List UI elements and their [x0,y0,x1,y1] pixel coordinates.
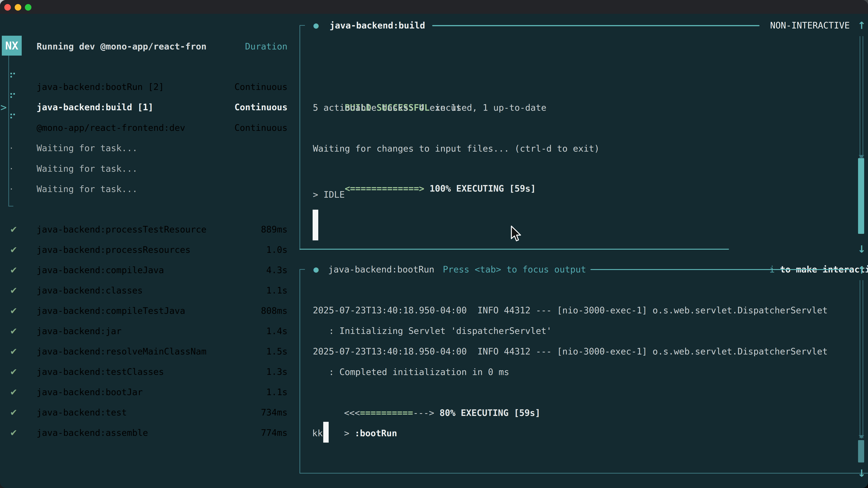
task-duration: 4.3s [266,260,287,281]
scrollbar-track[interactable] [860,280,863,438]
task-duration: 808ms [261,301,287,321]
panel-bottom-line [300,249,729,250]
panel-header-line [432,25,760,26]
check-icon: ✔ [10,382,20,402]
task-row-completed[interactable]: ✔ java-backend:bootJar 1.1s [0,382,300,402]
task-row-completed[interactable]: ✔ java-backend:processResources 1.0s [0,240,300,260]
task-row-completed[interactable]: ✔ java-backend:testClasses 1.3s [0,362,300,382]
log-line: : Initializing Servlet 'dispatcherServle… [313,321,552,341]
task-duration: 1.5s [266,341,287,362]
log-line: 2025-07-23T13:40:18.950-04:00 INFO 44312… [313,300,828,321]
task-row-completed[interactable]: ✔ java-backend:compileTestJava 808ms [0,301,300,321]
check-icon: ✔ [10,219,20,240]
terminal-cursor [313,210,318,240]
scroll-down-icon[interactable]: ↓ [855,239,868,259]
idle-line: > IDLE [313,185,345,205]
task-name: java-backend:processTestResource [37,219,206,240]
task-row-completed[interactable]: ✔ java-backend:jar 1.4s [0,321,300,341]
task-name: @mono-app/react-frontend:dev [37,118,185,138]
terminal-window: NX Running dev @mono-app/react-fron Dura… [0,0,868,488]
pending-dot-icon: · [10,138,20,158]
running-group-connector-corner [8,206,13,206]
check-icon: ✔ [10,402,20,423]
panel-header-line [590,269,852,270]
close-window-button[interactable] [4,4,11,11]
panel-corner-stub [300,25,305,26]
panel-bottom-border [300,473,868,474]
task-row-pending[interactable]: · Waiting for task... [0,159,300,179]
panel-left-border [300,269,300,474]
task-name: java-backend:test [37,402,127,423]
scrollbar-thumb[interactable] [858,440,864,462]
check-icon: ✔ [10,301,20,321]
task-row-completed[interactable]: ✔ java-backend:processTestResource 889ms [0,219,300,240]
panel-title: java-backend:build [330,15,425,36]
task-row-completed[interactable]: ✔ java-backend:compileJava 4.3s [0,260,300,281]
make-interactive-hint: i to make interactive [738,239,868,259]
task-name: java-backend:assemble [37,423,148,443]
zoom-window-button[interactable] [25,4,31,11]
task-row-completed[interactable]: ✔ java-backend:assemble 774ms [0,423,300,443]
task-name: java-backend:bootJar [37,382,143,402]
panel-left-border [300,25,300,250]
task-row-completed[interactable]: ✔ java-backend:test 734ms [0,402,300,423]
task-row-pending[interactable]: · Waiting for task... [0,138,300,158]
gradle-progress-line: <=============> 100% EXECUTING [59s] [313,158,536,178]
task-duration: 1.1s [266,281,287,301]
sidebar-title: Running dev @mono-app/react-fron [37,36,206,57]
task-duration: Continuous [235,118,287,138]
task-duration: 734ms [261,402,287,423]
task-duration: Continuous [235,77,287,97]
prompt-arrow: > [344,428,355,438]
log-line: : Completed initialization in 0 ms [313,362,509,382]
mouse-cursor [510,225,523,243]
task-name: java-backend:compileJava [37,260,164,281]
log-line: 2025-07-23T13:40:18.950-04:00 INFO 44312… [313,341,828,362]
task-row-pending[interactable]: · Waiting for task... [0,179,300,199]
task-row-completed[interactable]: ✔ java-backend:resolveMainClassNam 1.5s [0,341,300,362]
titlebar [0,0,868,14]
task-name: java-backend:testClasses [37,362,164,382]
typed-input-text[interactable]: kk [312,423,323,444]
check-icon: ✔ [10,260,20,281]
waiting-for-changes-line: Waiting for changes to input files... (c… [313,138,599,159]
terminal-cursor [323,422,329,443]
task-name: java-backend:build [1] [37,97,153,118]
check-icon: ✔ [10,321,20,341]
prompt-task-name: :bootRun [355,428,397,438]
scroll-up-icon[interactable]: ↑ [855,260,868,281]
non-interactive-badge: NON-INTERACTIVE [770,15,850,36]
tasks-summary-line: 5 actionable tasks: 4 executed, 1 up-to-… [313,98,546,118]
task-name: Waiting for task... [37,138,137,158]
task-name: java-backend:resolveMainClassNam [37,341,206,362]
panel-title: java-backend:bootRun [328,259,434,280]
pending-dot-icon: · [10,159,20,179]
scroll-down-icon[interactable]: ↓ [855,463,868,484]
scroll-up-icon[interactable]: ↑ [855,15,868,36]
check-icon: ✔ [10,240,20,260]
task-row-completed[interactable]: ✔ java-backend:classes 1.1s [0,281,300,301]
minimize-window-button[interactable] [15,4,21,11]
check-icon: ✔ [10,423,20,443]
progress-bar-glyphs: <=============> [345,184,424,194]
task-name: java-backend:compileTestJava [37,301,185,321]
nx-logo: NX [2,36,22,56]
task-duration: Continuous [235,97,287,118]
panel-corner-stub [300,269,305,270]
scrollbar-thumb[interactable] [858,158,864,234]
task-duration: 1.1s [266,382,287,402]
task-row-running[interactable]: @mono-app/react-frontend:dev Continuous [0,118,300,138]
task-row-running-selected[interactable]: java-backend:build [1] Continuous [0,97,300,118]
scrollbar-track[interactable] [860,36,863,158]
task-duration: 1.4s [266,321,287,341]
build-result-line: BUILD SUCCESSFUL in 1s [313,77,461,98]
task-duration: 1.0s [266,240,287,260]
pagination: ← 1/2 → [12,463,85,484]
keyboard-hints: quit: q help: ? [170,463,287,484]
task-row-running[interactable]: java-backend:bootRun [2] Continuous [0,77,300,97]
task-name: Waiting for task... [37,179,137,199]
task-name: Waiting for task... [37,159,137,179]
panel-bullet-icon: ● [313,15,319,36]
bootrun-prompt-line: > :bootRun [312,403,397,423]
check-icon: ✔ [10,362,20,382]
